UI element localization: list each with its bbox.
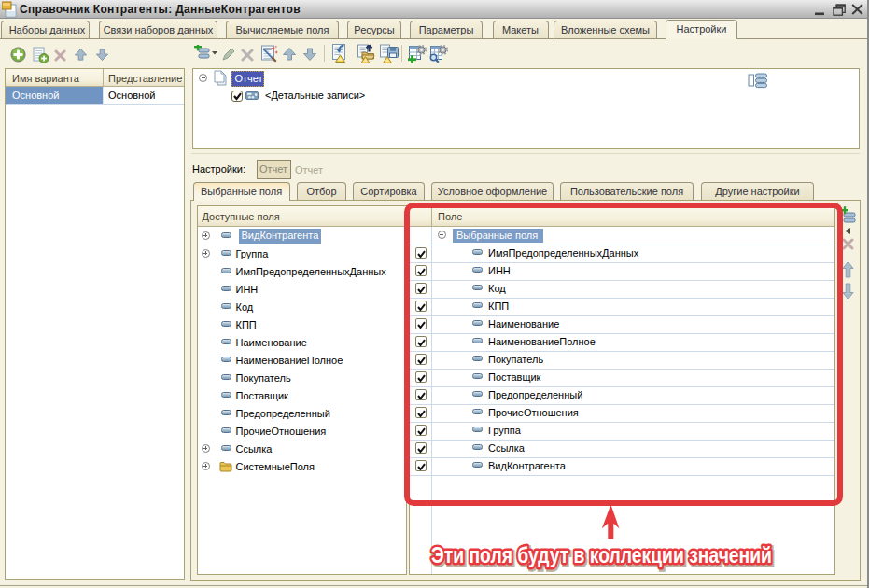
svg-text:Эти поля будут в коллекции зна: Эти поля будут в коллекции значений	[431, 543, 772, 567]
